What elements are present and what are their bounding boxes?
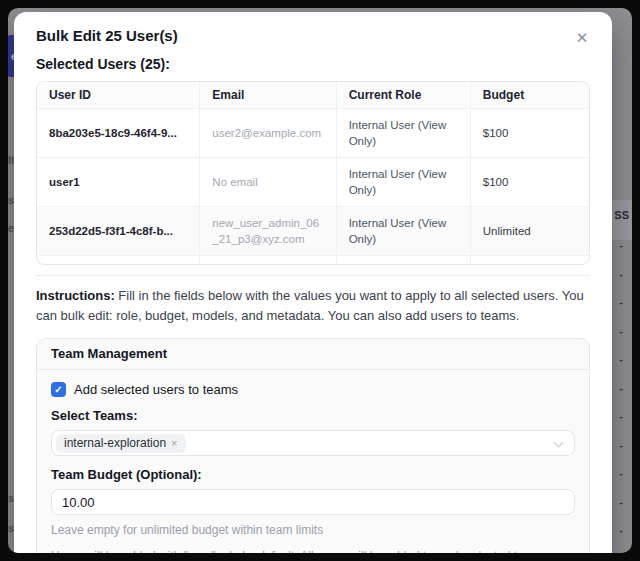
section-divider xyxy=(36,275,590,276)
table-body: 8ba203e5-18c9-46f4-9...user2@example.com… xyxy=(37,109,589,266)
dimmed-table-cell-dash: - xyxy=(619,239,623,251)
role-cell: Internal User (View Only) xyxy=(336,207,470,256)
screenshot-frame: e ltseestst SS ----------- Bulk Edit 25 … xyxy=(0,0,640,561)
table-row: user1No emailInternal User (View Only)$1… xyxy=(37,158,589,207)
selected-users-table: User IDEmailCurrent RoleBudget 8ba203e5-… xyxy=(37,82,589,265)
table-row: 5dbd2335-cdd6-47ca-b...interInternal Use… xyxy=(37,256,589,266)
table-row: 253d22d5-f3f1-4c8f-b...new_user_admin_06… xyxy=(37,207,589,256)
role-cell: Internal User (View Only) xyxy=(336,158,470,207)
select-teams-label: Select Teams: xyxy=(51,407,575,424)
user-id-cell: 253d22d5-f3f1-4c8f-b... xyxy=(37,207,200,256)
dimmed-table-cell-dash: - xyxy=(619,353,623,365)
instructions-label: Instructions: xyxy=(36,288,115,303)
dimmed-table-cell-dash: - xyxy=(619,467,623,479)
dimmed-table-cell-dash: - xyxy=(619,296,623,308)
dimmed-table-cell-dash: - xyxy=(619,496,623,508)
budget-cell: Unlimited xyxy=(470,256,589,266)
team-budget-input[interactable] xyxy=(51,489,575,515)
dimmed-table-cell-dash: - xyxy=(619,325,623,337)
column-header: User ID xyxy=(37,82,200,109)
user-id-cell: user1 xyxy=(37,158,200,207)
dimmed-table-cell-dash: - xyxy=(619,524,623,536)
chevron-down-icon[interactable] xyxy=(554,438,564,448)
dimmed-table-cell-dash: - xyxy=(619,439,623,451)
table-row: 8ba203e5-18c9-46f4-9...user2@example.com… xyxy=(37,109,589,158)
role-cell: Internal User (View Only) xyxy=(336,109,470,158)
close-icon[interactable]: ✕ xyxy=(572,28,592,48)
panel-footer-note: Users will be added with "user" role by … xyxy=(51,548,575,553)
select-teams-input[interactable]: internal-exploration × xyxy=(51,430,575,456)
team-management-title: Team Management xyxy=(37,339,589,370)
email-cell: inter xyxy=(200,256,336,266)
email-cell: user2@example.com xyxy=(200,109,336,158)
role-cell: Internal User (View Only) xyxy=(336,256,470,266)
budget-cell: $100 xyxy=(470,109,589,158)
budget-helper-text: Leave empty for unlimited budget within … xyxy=(51,523,575,538)
table-header-row: User IDEmailCurrent RoleBudget xyxy=(37,82,589,109)
column-header: Current Role xyxy=(336,82,470,109)
email-cell: No email xyxy=(200,158,336,207)
instructions-text: Instructions: Fill in the fields below w… xyxy=(36,286,590,326)
team-management-panel: Team Management ✓ Add selected users to … xyxy=(36,338,590,553)
selected-users-heading: Selected Users (25): xyxy=(36,55,590,73)
user-id-cell: 5dbd2335-cdd6-47ca-b... xyxy=(37,256,200,266)
budget-cell: Unlimited xyxy=(470,207,589,256)
dimmed-table-cell-dash: - xyxy=(619,268,623,280)
dimmed-table-cell-dash: - xyxy=(619,410,623,422)
bulk-edit-modal: Bulk Edit 25 User(s) ✕ Selected Users (2… xyxy=(14,12,612,553)
team-tag: internal-exploration × xyxy=(56,434,186,453)
column-header: Email xyxy=(200,82,336,109)
user-id-cell: 8ba203e5-18c9-46f4-9... xyxy=(37,109,200,158)
budget-cell: $100 xyxy=(470,158,589,207)
dimmed-table-cell-dash: - xyxy=(619,382,623,394)
selected-users-table-container[interactable]: User IDEmailCurrent RoleBudget 8ba203e5-… xyxy=(36,81,590,265)
team-tag-label: internal-exploration xyxy=(64,436,166,451)
team-management-body: ✓ Add selected users to teams Select Tea… xyxy=(37,370,589,553)
tag-remove-icon[interactable]: × xyxy=(171,436,177,451)
add-users-checkbox[interactable]: ✓ xyxy=(51,382,66,397)
dimmed-right-column-header: SS xyxy=(614,209,629,221)
column-header: Budget xyxy=(470,82,589,109)
add-users-checkbox-label: Add selected users to teams xyxy=(74,382,238,397)
app-window-backdrop: e ltseestst SS ----------- Bulk Edit 25 … xyxy=(8,8,632,553)
modal-title: Bulk Edit 25 User(s) xyxy=(36,26,590,46)
add-users-to-teams-row[interactable]: ✓ Add selected users to teams xyxy=(51,382,575,397)
email-cell: new_user_admin_06_21_p3@xyz.com xyxy=(200,207,336,256)
instructions-body: Fill in the fields below with the values… xyxy=(36,288,584,323)
team-budget-label: Team Budget (Optional): xyxy=(51,466,575,483)
